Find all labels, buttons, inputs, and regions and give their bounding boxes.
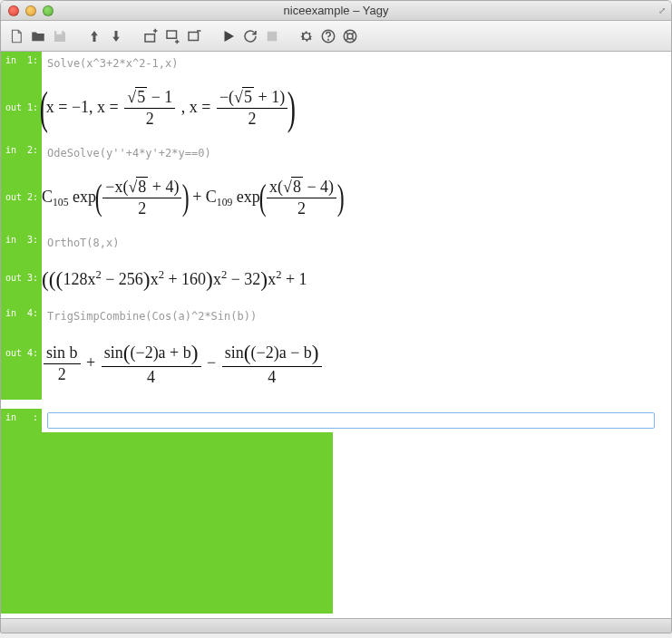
math-output: (x = −1, x = 5 − 12 , x = −(5 + 1)2): [42, 75, 671, 141]
gutter-label: in 1:: [1, 52, 42, 75]
svg-rect-0: [145, 34, 155, 41]
svg-line-16: [352, 38, 355, 41]
svg-line-15: [346, 38, 348, 41]
svg-rect-8: [268, 31, 278, 41]
app-window: niceexample – Yagy ⤢: [0, 0, 672, 633]
window-title: niceexample – Yagy: [1, 4, 671, 17]
cell-out-4: out 4: sin b2 + sin((−2)a + b)4 − sin((−…: [1, 328, 671, 400]
gutter-label: out 4:: [1, 328, 42, 400]
stop-icon[interactable]: [262, 26, 282, 46]
input-code[interactable]: OrthoT(8,x): [42, 231, 671, 255]
cell-in-3[interactable]: in 3: OrthoT(8,x): [1, 231, 671, 255]
math-output: (((128x2 − 256)x2 + 160)x2 − 32)x2 + 1: [42, 255, 671, 304]
gutter-label: out 3:: [1, 255, 42, 304]
svg-line-14: [352, 31, 355, 34]
cells-column: in 1: Solve(x^3+2*x^2-1,x) out 1: (x = −…: [1, 52, 671, 618]
notebook-area: in 1: Solve(x^3+2*x^2-1,x) out 1: (x = −…: [1, 52, 671, 618]
gutter-label: out 1:: [1, 75, 42, 141]
svg-line-13: [346, 31, 348, 34]
gear-icon[interactable]: [297, 26, 317, 46]
statusbar: [1, 618, 671, 633]
zoom-icon[interactable]: [43, 5, 54, 16]
open-file-icon[interactable]: [28, 26, 48, 46]
cell-out-2: out 2: C105 exp(−x(8 + 4)2) + C109 exp(x…: [1, 165, 671, 231]
close-icon[interactable]: [8, 5, 19, 16]
new-file-icon[interactable]: [6, 26, 26, 46]
save-icon[interactable]: [50, 26, 70, 46]
cell-in-2[interactable]: in 2: OdeSolve(y''+4*y'+2*y==0): [1, 141, 671, 165]
gutter-label: in 4:: [1, 304, 42, 328]
insert-above-icon[interactable]: [141, 26, 161, 46]
gutter-fill: [1, 432, 333, 614]
active-input[interactable]: [47, 412, 655, 429]
cell-out-3: out 3: (((128x2 − 256)x2 + 160)x2 − 32)x…: [1, 255, 671, 304]
gutter-label: in 2:: [1, 141, 42, 165]
gutter-label: in 3:: [1, 231, 42, 255]
gutter-label: in :: [1, 409, 42, 432]
cell-in-4[interactable]: in 4: TrigSimpCombine(Cos(a)^2*Sin(b)): [1, 304, 671, 328]
insert-below-icon[interactable]: [162, 26, 182, 46]
reload-icon[interactable]: [240, 26, 260, 46]
svg-rect-6: [189, 32, 199, 40]
math-output: C105 exp(−x(8 + 4)2) + C109 exp(x(8 − 4)…: [42, 165, 671, 231]
svg-point-12: [347, 34, 353, 39]
input-code[interactable]: Solve(x^3+2*x^2-1,x): [42, 52, 671, 75]
titlebar: niceexample – Yagy ⤢: [1, 1, 671, 21]
toolbar: [1, 21, 671, 52]
svg-rect-3: [167, 31, 177, 38]
run-icon[interactable]: [219, 26, 239, 46]
gutter-label: out 2:: [1, 165, 42, 231]
arrow-down-icon[interactable]: [106, 26, 126, 46]
window-controls: [8, 5, 54, 16]
math-output: sin b2 + sin((−2)a + b)4 − sin((−2)a − b…: [42, 328, 671, 400]
lifebuoy-icon[interactable]: [340, 26, 360, 46]
input-code[interactable]: OdeSolve(y''+4*y'+2*y==0): [42, 141, 671, 165]
cell-in-1[interactable]: in 1: Solve(x^3+2*x^2-1,x): [1, 52, 671, 75]
minimize-icon[interactable]: [25, 5, 36, 16]
input-code[interactable]: TrigSimpCombine(Cos(a)^2*Sin(b)): [42, 304, 671, 328]
help-icon[interactable]: [318, 26, 338, 46]
cell-out-1: out 1: (x = −1, x = 5 − 12 , x = −(5 + 1…: [1, 75, 671, 141]
delete-cell-icon[interactable]: [184, 26, 204, 46]
arrow-up-icon[interactable]: [84, 26, 104, 46]
cell-in-active[interactable]: in :: [1, 409, 671, 432]
svg-point-10: [328, 39, 329, 40]
fullscreen-icon[interactable]: ⤢: [658, 5, 666, 15]
